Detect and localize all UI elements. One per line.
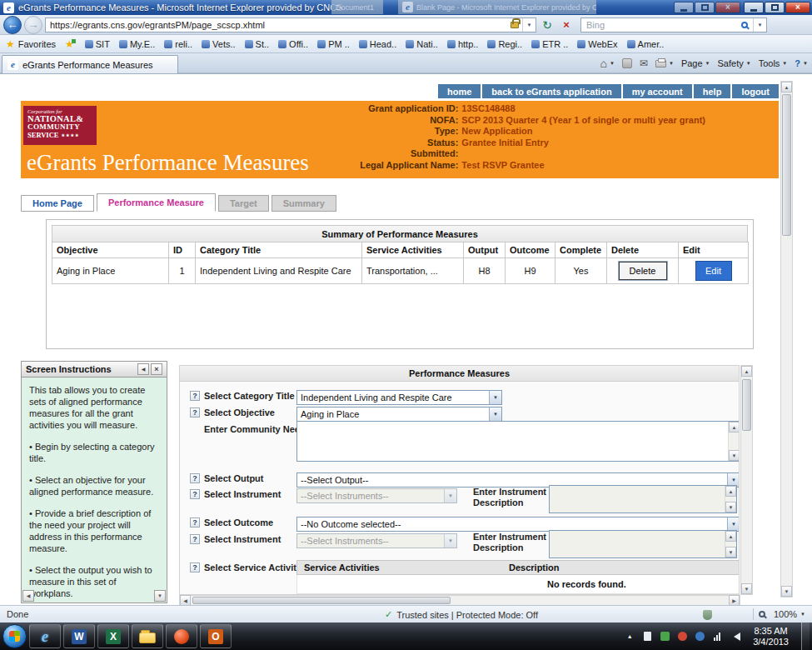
minimize-button[interactable] bbox=[674, 2, 694, 13]
edit-button[interactable]: Edit bbox=[695, 261, 732, 281]
nav-my-account-button[interactable]: my account bbox=[623, 84, 692, 98]
collapse-left-button[interactable]: ◀ bbox=[137, 363, 149, 375]
help-icon[interactable]: ? bbox=[190, 408, 200, 418]
chevron-down-icon: ▼ bbox=[746, 61, 751, 66]
add-favorite-button[interactable]: ★ bbox=[65, 39, 76, 49]
favorites-bar-link[interactable]: St.. bbox=[245, 39, 270, 49]
url-dropdown-button[interactable]: ▼ bbox=[522, 18, 536, 32]
maximize-button[interactable] bbox=[765, 2, 785, 13]
select-arrow-button[interactable]: ▼ bbox=[489, 408, 501, 421]
zoom-control[interactable]: 100% ▼ bbox=[753, 608, 805, 620]
textarea-scrollbar[interactable]: ▲ ▼ bbox=[728, 422, 740, 461]
panel-close-button[interactable]: × bbox=[151, 363, 162, 375]
safety-menu-button[interactable]: Safety▼ bbox=[718, 58, 751, 68]
favorites-bar-link[interactable]: My.E.. bbox=[119, 39, 155, 49]
objective-select[interactable]: Aging in Place ▼ bbox=[296, 407, 502, 422]
favorites-bar-link[interactable]: Offi.. bbox=[278, 39, 308, 49]
security-zone-info[interactable]: ✓ Trusted sites | Protected Mode: Off bbox=[385, 609, 538, 620]
hidden-icons-button[interactable]: ▲ bbox=[624, 631, 635, 642]
background-window-chip[interactable]: Document1 bbox=[331, 0, 383, 14]
favorites-bar-link[interactable]: Regi.. bbox=[487, 39, 522, 49]
favorites-button[interactable]: ★ Favorites bbox=[6, 39, 56, 49]
nav-help-button[interactable]: help bbox=[694, 84, 731, 98]
scroll-down-button[interactable]: ▼ bbox=[781, 586, 792, 597]
back-button[interactable]: ← bbox=[3, 16, 22, 34]
scroll-left-button[interactable]: ◀ bbox=[22, 590, 34, 602]
community-need-textarea[interactable]: ▲ ▼ bbox=[296, 421, 740, 462]
network-icon[interactable] bbox=[711, 631, 723, 642]
scroll-down-button[interactable]: ▼ bbox=[741, 583, 752, 594]
select-arrow-button[interactable]: ▼ bbox=[727, 518, 740, 531]
home-button[interactable]: ⌂▼ bbox=[600, 58, 614, 69]
search-input[interactable]: Bing ▼ bbox=[580, 18, 767, 32]
favorites-bar-link[interactable]: reli.. bbox=[164, 39, 192, 49]
start-button[interactable] bbox=[2, 624, 27, 648]
refresh-button[interactable]: ↻ bbox=[539, 17, 555, 33]
tools-menu-button[interactable]: Tools▼ bbox=[759, 58, 788, 68]
taskbar-ie-button[interactable]: e bbox=[29, 624, 61, 648]
read-mail-button[interactable]: ✉ bbox=[640, 58, 648, 69]
taskbar-excel-button[interactable]: X bbox=[97, 624, 129, 648]
browser-tab[interactable]: e eGrants Performance Measures bbox=[2, 55, 178, 73]
favorites-bar-link[interactable]: WebEx bbox=[577, 39, 617, 49]
taskbar-media-button[interactable] bbox=[166, 624, 197, 648]
volume-icon[interactable] bbox=[729, 631, 740, 642]
search-icon[interactable] bbox=[741, 22, 748, 28]
category-title-select[interactable]: Independent Living and Respite Care ▼ bbox=[296, 390, 502, 405]
help-icon[interactable]: ? bbox=[190, 562, 200, 572]
nav-back-to-egrants-button[interactable]: back to eGrants application bbox=[482, 84, 620, 98]
taskbar-word-button[interactable]: W bbox=[63, 624, 95, 648]
show-desktop-button[interactable] bbox=[801, 622, 810, 650]
help-icon[interactable]: ? bbox=[190, 473, 200, 483]
tab-performance-measure[interactable]: Performance Measure bbox=[97, 193, 216, 212]
select-arrow-button[interactable]: ▼ bbox=[489, 391, 501, 404]
help-icon[interactable]: ? bbox=[190, 518, 200, 528]
help-menu-button[interactable]: ?▼ bbox=[795, 58, 808, 68]
scrollbar-thumb[interactable] bbox=[192, 597, 451, 604]
favorites-bar-link[interactable]: Head.. bbox=[359, 39, 396, 49]
feeds-button[interactable] bbox=[622, 58, 632, 68]
scroll-up-button[interactable]: ▲ bbox=[781, 82, 792, 92]
favorites-bar-link[interactable]: http.. bbox=[447, 39, 478, 49]
maximize-button[interactable] bbox=[695, 2, 715, 13]
scrollbar-thumb[interactable] bbox=[742, 379, 751, 431]
shield-icon[interactable] bbox=[703, 610, 712, 620]
scroll-up-button[interactable]: ▲ bbox=[741, 366, 752, 377]
print-button[interactable]: ▼ bbox=[655, 60, 674, 68]
search-dropdown-button[interactable]: ▼ bbox=[753, 18, 766, 32]
help-icon[interactable]: ? bbox=[190, 534, 200, 544]
scroll-down-button[interactable]: ▼ bbox=[729, 450, 740, 461]
favorites-bar-link[interactable]: Amer.. bbox=[627, 39, 665, 49]
stop-button[interactable]: × bbox=[558, 17, 575, 33]
tray-alert-icon[interactable] bbox=[676, 631, 688, 642]
minimize-button[interactable] bbox=[744, 2, 764, 13]
tray-security-icon[interactable] bbox=[659, 631, 670, 642]
favorites-bar-link[interactable]: ETR .. bbox=[531, 39, 568, 49]
taskbar-outlook-button[interactable]: O bbox=[200, 624, 232, 648]
forward-button[interactable]: → bbox=[24, 16, 42, 34]
tray-document-icon[interactable] bbox=[641, 631, 653, 642]
page-menu-button[interactable]: Page▼ bbox=[681, 58, 710, 68]
favorites-bar-link[interactable]: PM .. bbox=[317, 39, 350, 49]
taskbar-clock[interactable]: 8:35 AM 3/4/2013 bbox=[746, 626, 795, 647]
help-icon[interactable]: ? bbox=[190, 489, 200, 499]
nav-logout-button[interactable]: logout bbox=[732, 84, 779, 98]
help-icon[interactable]: ? bbox=[190, 391, 200, 401]
background-window-chip[interactable]: e Blank Page - Microsoft Internet Explor… bbox=[398, 0, 596, 14]
tray-app-icon[interactable] bbox=[694, 631, 705, 642]
close-button[interactable]: × bbox=[785, 2, 810, 13]
browser-vertical-scrollbar[interactable]: ▲ ▼ bbox=[780, 81, 793, 598]
scrollbar-thumb[interactable] bbox=[782, 94, 791, 236]
favorites-bar-link[interactable]: Vets.. bbox=[202, 39, 236, 49]
scroll-down-button[interactable]: ▼ bbox=[154, 590, 166, 602]
delete-button[interactable]: Delete bbox=[619, 262, 667, 280]
url-field[interactable]: https://egrants.cns.gov/egrantsPM/page_s… bbox=[45, 18, 536, 32]
form-vertical-scrollbar[interactable]: ▲ ▼ bbox=[740, 365, 753, 595]
favorites-bar-link[interactable]: Nati.. bbox=[406, 39, 438, 49]
favorites-bar-link[interactable]: SIT bbox=[85, 39, 110, 49]
tab-home-page[interactable]: Home Page bbox=[21, 195, 94, 212]
nav-home-button[interactable]: home bbox=[438, 84, 481, 98]
taskbar-explorer-button[interactable] bbox=[132, 624, 163, 648]
close-button[interactable]: × bbox=[715, 2, 740, 13]
scroll-up-button[interactable]: ▲ bbox=[729, 422, 740, 432]
